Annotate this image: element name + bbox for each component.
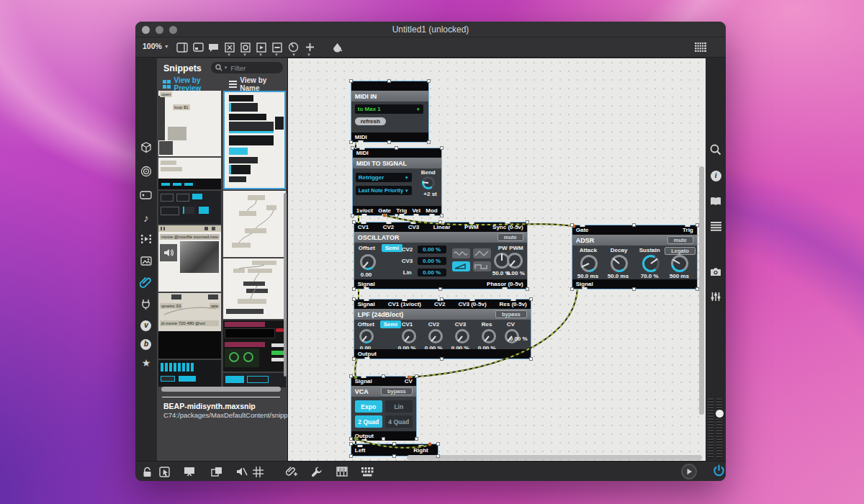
module-lpf[interactable]: SignalCV1 (1v/oct)CV2CV3 (0-5v)Res (0-5v… bbox=[354, 300, 531, 359]
key-pad-icon[interactable] bbox=[361, 465, 374, 478]
snippet-add-icon[interactable] bbox=[285, 465, 298, 478]
selection-handle[interactable] bbox=[352, 287, 356, 291]
release-knob[interactable] bbox=[671, 255, 688, 272]
toggle-box-icon[interactable] bbox=[223, 41, 235, 53]
mute-button[interactable]: mute bbox=[498, 233, 523, 241]
legato-button[interactable]: Legato bbox=[665, 247, 696, 255]
vizzie-icon[interactable]: v bbox=[135, 318, 157, 333]
snippet-thumb-selected[interactable] bbox=[223, 91, 286, 189]
snippet-thumb[interactable] bbox=[158, 158, 221, 189]
midi-device-menu[interactable]: to Max 1▼ bbox=[355, 104, 423, 114]
plug-icon[interactable] bbox=[135, 297, 157, 311]
zoom-search-icon[interactable] bbox=[706, 143, 726, 157]
vca-lin-button[interactable]: Lin bbox=[385, 400, 413, 413]
package-icon[interactable] bbox=[135, 140, 157, 155]
unlock-icon[interactable] bbox=[141, 465, 154, 478]
filter-input[interactable] bbox=[229, 63, 278, 73]
snippets-paperclip-icon[interactable] bbox=[135, 275, 157, 289]
module-adsr[interactable]: GateTrig ADSRmute Attack 50.0 ms Decay 5… bbox=[572, 225, 697, 289]
selection-handle[interactable] bbox=[440, 357, 444, 361]
sequencer-icon[interactable] bbox=[135, 232, 157, 246]
selection-handle[interactable] bbox=[436, 442, 440, 446]
sustain-knob[interactable] bbox=[642, 255, 660, 272]
format-paint-icon[interactable] bbox=[331, 41, 343, 53]
patcher-canvas[interactable]: MIDI IN to Max 1▼ refresh MIDI MIDI MIDI… bbox=[288, 58, 706, 461]
reference-book-icon[interactable] bbox=[706, 194, 726, 208]
selection-handle[interactable] bbox=[632, 287, 636, 291]
console-icon[interactable] bbox=[135, 188, 157, 202]
selection-handle[interactable] bbox=[349, 140, 353, 144]
semi-button[interactable]: Semi bbox=[380, 320, 401, 328]
message-box-icon[interactable] bbox=[192, 41, 204, 53]
pwm-knob[interactable] bbox=[507, 253, 523, 269]
lpf-offset-knob[interactable] bbox=[359, 329, 374, 343]
selection-handle[interactable] bbox=[570, 287, 574, 291]
lpf-cv1-knob[interactable] bbox=[402, 329, 416, 343]
selection-handle[interactable] bbox=[352, 357, 356, 361]
snippet-thumb[interactable]: qmetro 33 rate jit.movie 720 480 @vol bbox=[158, 293, 221, 359]
playbar-box-icon[interactable] bbox=[255, 41, 267, 53]
vca-expo-button[interactable]: Expo bbox=[355, 400, 382, 413]
select-cursor-icon[interactable] bbox=[158, 465, 171, 478]
piano-keys-icon[interactable] bbox=[336, 465, 348, 478]
presentation-icon[interactable] bbox=[183, 465, 196, 478]
selection-handle[interactable] bbox=[570, 223, 574, 227]
module-vca[interactable]: SignalCV VCAbypass Expo Lin 2 Quad 4 Qua… bbox=[351, 377, 416, 438]
selection-handle[interactable] bbox=[440, 214, 444, 217]
selection-handle[interactable] bbox=[632, 223, 636, 227]
snippets-vertical-scrollbar[interactable] bbox=[284, 193, 287, 377]
selection-handle[interactable] bbox=[438, 287, 442, 291]
inspector-info-icon[interactable]: i bbox=[706, 168, 726, 183]
selection-handle[interactable] bbox=[387, 140, 391, 144]
bypass-button[interactable]: bypass bbox=[495, 310, 527, 318]
grid-icon[interactable] bbox=[251, 465, 264, 478]
cv2-numbox[interactable]: 0.00 % bbox=[418, 246, 446, 253]
master-gain[interactable] bbox=[708, 398, 724, 459]
bypass-button[interactable]: bypass bbox=[381, 387, 413, 395]
selection-handle[interactable] bbox=[526, 287, 529, 291]
selection-handle[interactable] bbox=[440, 297, 444, 301]
comment-icon[interactable] bbox=[207, 41, 220, 53]
wave-triangle-button[interactable] bbox=[473, 248, 491, 258]
minimize-button[interactable] bbox=[156, 26, 163, 34]
bend-knob[interactable] bbox=[422, 176, 435, 189]
vca-2quad-button[interactable]: 2 Quad bbox=[355, 415, 382, 428]
gain-slider-knob[interactable] bbox=[716, 410, 724, 418]
snippet-thumb[interactable] bbox=[223, 258, 286, 319]
retrigger-menu[interactable]: Retrigger▼ bbox=[356, 173, 412, 182]
selection-handle[interactable] bbox=[415, 437, 418, 441]
selection-handle[interactable] bbox=[387, 79, 391, 83]
media-icon[interactable] bbox=[135, 253, 157, 268]
lpf-cv2-knob[interactable] bbox=[428, 329, 443, 343]
layers-icon[interactable] bbox=[210, 465, 223, 478]
selection-handle[interactable] bbox=[349, 442, 353, 446]
console-list-icon[interactable] bbox=[706, 219, 726, 233]
audio-off-icon[interactable] bbox=[235, 465, 248, 478]
dial-icon[interactable] bbox=[287, 41, 300, 53]
attack-knob[interactable] bbox=[580, 255, 598, 272]
capture-camera-icon[interactable] bbox=[706, 264, 726, 279]
selection-handle[interactable] bbox=[427, 79, 431, 83]
vca-4quad-button[interactable]: 4 Quad bbox=[385, 415, 413, 428]
button-box-icon[interactable] bbox=[239, 41, 251, 53]
selection-handle[interactable] bbox=[696, 223, 699, 227]
selection-handle[interactable] bbox=[349, 374, 353, 378]
audio-status-icon[interactable] bbox=[135, 164, 157, 179]
module-midi-to-signal[interactable]: MIDI MIDI TO SIGNAL Retrigger▼ Last Note… bbox=[353, 148, 441, 215]
wave-square-button[interactable] bbox=[473, 261, 491, 271]
selection-handle[interactable] bbox=[526, 220, 529, 224]
favorites-star-icon[interactable]: ★ bbox=[135, 356, 157, 370]
selection-handle[interactable] bbox=[529, 297, 533, 301]
snippet-thumb[interactable] bbox=[223, 373, 286, 387]
snippets-filter[interactable]: ▾ bbox=[211, 62, 283, 73]
tab-view-by-name[interactable]: View by Name bbox=[229, 76, 282, 92]
canvas-vertical-scrollbar[interactable] bbox=[699, 166, 704, 415]
selection-handle[interactable] bbox=[349, 454, 353, 458]
selection-handle[interactable] bbox=[351, 146, 354, 150]
selection-handle[interactable] bbox=[427, 140, 431, 144]
selection-handle[interactable] bbox=[352, 220, 356, 224]
selection-handle[interactable] bbox=[438, 220, 442, 224]
snippet-thumb[interactable] bbox=[223, 320, 286, 372]
power-button[interactable] bbox=[712, 464, 725, 477]
selection-handle[interactable] bbox=[529, 357, 533, 361]
